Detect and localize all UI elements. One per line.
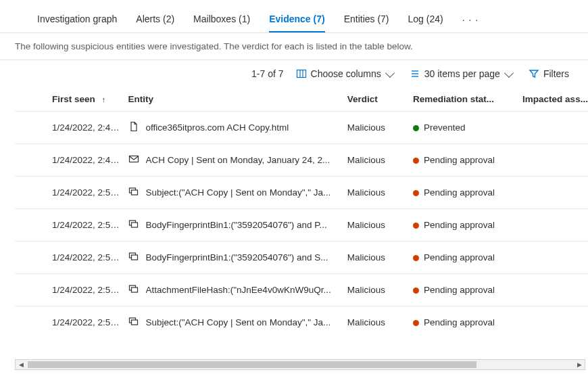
table-row[interactable]: 1/24/2022, 2:43 ...ACH Copy | Sent on Mo… [15,144,588,177]
scroll-left-icon[interactable]: ◀ [16,361,26,368]
status-dot-icon [413,125,419,131]
cell-impacted [522,112,588,144]
cell-remediation: Pending approval [413,177,522,209]
cell-entity: ACH Copy | Sent on Monday, January 24, 2… [128,144,347,177]
horizontal-scrollbar[interactable]: ◀ ▶ [15,359,585,370]
cell-entity: AttachmentFileHash:("nJnEe4v0wKnW9uQr... [128,274,347,306]
cell-entity: Subject:("ACH Copy | Sent on Monday"," J… [128,177,347,209]
table-row[interactable]: 1/24/2022, 2:43 ...office365itpros.com A… [15,112,588,144]
col-first-seen[interactable]: First seen ↑ [15,87,128,112]
entity-text: AttachmentFileHash:("nJnEe4v0wKnW9uQr... [146,285,331,295]
tab-alerts[interactable]: Alerts (2) [136,14,174,32]
cell-first-seen: 1/24/2022, 2:56 ... [15,274,128,306]
cell-impacted [522,274,588,306]
cell-verdict: Malicious [347,306,413,339]
cell-verdict: Malicious [347,112,413,144]
more-tabs-icon[interactable]: · · · [462,14,479,32]
scroll-right-icon[interactable]: ▶ [574,361,585,368]
evidence-table-wrap: First seen ↑ Entity Verdict Remediation … [0,87,588,389]
evidence-table: First seen ↑ Entity Verdict Remediation … [15,87,588,338]
choose-columns-label: Choose columns [311,68,381,79]
cell-first-seen: 1/24/2022, 2:56 ... [15,209,128,242]
col-entity[interactable]: Entity [128,87,347,112]
scrollbar-track[interactable] [26,360,574,369]
sort-asc-icon: ↑ [102,95,106,104]
svg-rect-8 [131,190,137,195]
cluster-icon [128,316,139,329]
status-dot-icon [413,255,419,261]
scrollbar-thumb[interactable] [28,361,476,368]
cell-entity: BodyFingerprintBin1:("3592054076") and S… [128,242,347,274]
chevron-down-icon [504,68,514,77]
status-dot-icon [413,190,419,196]
mail-icon [128,154,139,166]
columns-icon [296,68,307,79]
cell-impacted [522,306,588,339]
filter-icon [529,68,539,79]
svg-rect-0 [297,70,305,78]
entity-text: BodyFingerprintBin1:("3592054076") and P… [146,220,327,230]
tab-investigation[interactable]: Investigation graph [37,14,117,32]
list-icon [410,68,420,79]
table-row[interactable]: 1/24/2022, 2:56 ...AttachmentFileHash:("… [15,274,588,306]
cell-remediation: Pending approval [413,242,522,274]
page-description: The following suspicious entities were i… [0,33,588,60]
chevron-down-icon [385,68,395,77]
tab-bar: Investigation graphAlerts (2)Mailboxes (… [0,0,588,33]
cell-impacted [522,209,588,242]
cell-remediation: Prevented [413,112,522,144]
choose-columns-button[interactable]: Choose columns [292,66,400,82]
svg-rect-10 [131,223,137,227]
cell-first-seen: 1/24/2022, 2:43 ... [15,144,128,177]
table-row[interactable]: 1/24/2022, 2:56 ...BodyFingerprintBin1:(… [15,242,588,274]
status-dot-icon [413,320,419,326]
col-impacted[interactable]: Impacted ass... [522,87,588,112]
table-row[interactable]: 1/24/2022, 2:56 ...Subject:("ACH Copy | … [15,306,588,339]
page-size-button[interactable]: 30 items per page [406,66,519,82]
cell-first-seen: 1/24/2022, 2:56 ... [15,242,128,274]
cluster-icon [128,219,139,231]
cell-impacted [522,242,588,274]
svg-rect-14 [131,288,137,292]
cell-verdict: Malicious [347,209,413,242]
svg-rect-16 [131,320,137,325]
entity-text: BodyFingerprintBin1:("3592054076") and S… [146,252,328,262]
cell-first-seen: 1/24/2022, 2:43 ... [15,112,128,144]
col-first-seen-label: First seen [52,94,95,104]
page-size-label: 30 items per page [424,68,500,79]
cell-entity: office365itpros.com ACH Copy.html [128,112,347,144]
status-dot-icon [413,223,419,229]
cluster-icon [128,251,139,264]
table-row[interactable]: 1/24/2022, 2:56 ...Subject:("ACH Copy | … [15,177,588,209]
entity-text: office365itpros.com ACH Copy.html [146,122,289,133]
entity-text: ACH Copy | Sent on Monday, January 24, 2… [146,155,330,165]
cell-first-seen: 1/24/2022, 2:56 ... [15,306,128,339]
svg-rect-12 [131,255,137,260]
col-remediation[interactable]: Remediation stat... [413,87,522,112]
cell-entity: BodyFingerprintBin1:("3592054076") and P… [128,209,347,242]
table-row[interactable]: 1/24/2022, 2:56 ...BodyFingerprintBin1:(… [15,209,588,242]
tab-mailboxes[interactable]: Mailboxes (1) [193,14,250,32]
cell-verdict: Malicious [347,242,413,274]
cell-remediation: Pending approval [413,209,522,242]
file-icon [128,121,139,134]
filters-button[interactable]: Filters [524,66,573,82]
cell-remediation: Pending approval [413,306,522,339]
cell-verdict: Malicious [347,177,413,209]
result-count: 1-7 of 7 [251,68,283,79]
cell-impacted [522,177,588,209]
tab-log[interactable]: Log (24) [408,14,443,32]
tab-entities[interactable]: Entities (7) [344,14,389,32]
col-verdict[interactable]: Verdict [347,87,413,112]
status-dot-icon [413,158,419,164]
cell-remediation: Pending approval [413,274,522,306]
entity-text: Subject:("ACH Copy | Sent on Monday"," J… [146,317,331,327]
tab-evidence[interactable]: Evidence (7) [269,14,324,32]
cell-entity: Subject:("ACH Copy | Sent on Monday"," J… [128,306,347,339]
toolbar: 1-7 of 7 Choose columns 30 items per pag… [0,60,588,87]
cell-first-seen: 1/24/2022, 2:56 ... [15,177,128,209]
cell-verdict: Malicious [347,144,413,177]
filters-label: Filters [543,68,569,79]
cell-verdict: Malicious [347,274,413,306]
cluster-icon [128,283,139,296]
